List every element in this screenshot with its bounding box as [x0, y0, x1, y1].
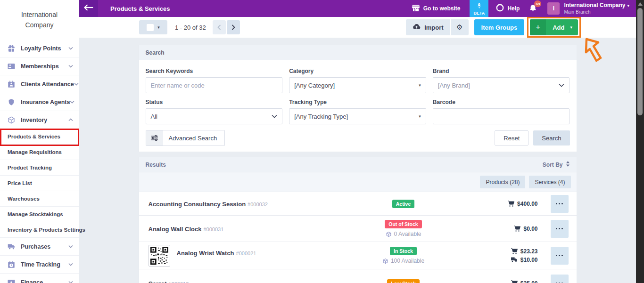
sort-by-label: Sort By: [543, 162, 563, 168]
add-button[interactable]: + Add ▾: [530, 19, 578, 35]
caret-down-icon: ▾: [570, 25, 578, 30]
top-header-bar: Products & Services Go to website BETA H…: [79, 0, 636, 17]
advanced-search-label: Advanced Search: [163, 135, 225, 142]
list-settings-button[interactable]: ⚙: [451, 19, 469, 35]
sidebar-subitem-label: Product Tracking: [8, 165, 52, 170]
sidebar-item-product-tracking[interactable]: Product Tracking: [0, 160, 79, 176]
cube-icon: [386, 231, 392, 237]
truck-icon: [511, 257, 518, 262]
brand-select[interactable]: [Any Brand]: [433, 77, 570, 93]
scroll-up-arrow-icon[interactable]: [638, 2, 643, 6]
beta-button[interactable]: BETA: [470, 0, 488, 17]
barcode-input[interactable]: [433, 108, 570, 124]
tab-products[interactable]: Products (28): [480, 176, 525, 188]
search-keywords-label: Search Keywords: [146, 68, 283, 74]
add-label: Add: [546, 24, 570, 31]
cube-icon: [382, 258, 388, 264]
product-name: Accounting Consultancy Session: [149, 201, 246, 208]
sidebar-item-warehouses[interactable]: Warehouses: [0, 191, 79, 207]
product-code: #000012: [169, 281, 189, 283]
product-price-secondary: $10.00: [520, 257, 538, 263]
sidebar-subitem-label: Inventory & Products Settings: [8, 227, 85, 233]
search-keywords-input[interactable]: [146, 77, 283, 93]
collapse-sidebar-button[interactable]: [79, 0, 98, 17]
go-to-website-link[interactable]: Go to website: [412, 4, 461, 13]
sidebar-item-price-list[interactable]: Price List: [0, 176, 79, 191]
advanced-search-button[interactable]: Advanced Search: [146, 130, 225, 146]
list-toolbar: ▾ 1 - 20 of 32 Import ⚙ Item Groups + Ad…: [79, 17, 636, 38]
tracking-type-value: [Any Tracking Type]: [294, 113, 348, 120]
sidebar-item-label: Inventory: [21, 117, 68, 123]
sidebar-item-products-services[interactable]: Products & Services: [0, 129, 79, 145]
item-groups-button[interactable]: Item Groups: [474, 19, 525, 35]
tab-services[interactable]: Services (4): [529, 176, 570, 188]
sidebar-item-manage-stocktakings[interactable]: Manage Stocktakings: [0, 207, 79, 222]
caret-down-icon: ▾: [419, 83, 421, 88]
category-select[interactable]: [Any Category] ▾: [289, 77, 426, 93]
select-all-dropdown[interactable]: ▾: [139, 20, 167, 34]
product-row[interactable]: Accounting Consultancy Session#000032 Ac…: [139, 192, 577, 215]
sidebar-item-time-tracking[interactable]: Time Tracking: [0, 256, 79, 274]
notifications-button[interactable]: 69: [529, 3, 537, 14]
product-price: $23.23: [520, 248, 538, 255]
product-row[interactable]: Analog Wrist Watch#000021 In Stock 100 A…: [139, 242, 577, 269]
id-card-icon: [7, 62, 16, 71]
product-name: Analog Wrist Watch: [177, 250, 234, 257]
help-link[interactable]: Help: [496, 4, 520, 13]
category-value: [Any Category]: [294, 82, 335, 89]
row-menu-button[interactable]: [551, 220, 569, 238]
rocket-icon: [477, 2, 482, 10]
product-price: $400.00: [517, 201, 537, 207]
main-content: Search Search Keywords Category [Any Cat…: [79, 38, 636, 283]
import-button[interactable]: Import: [406, 19, 450, 35]
sidebar-subitem-label: Warehouses: [8, 196, 40, 202]
row-menu-button[interactable]: [551, 275, 569, 283]
chevron-up-icon: [68, 118, 73, 121]
reset-button[interactable]: Reset: [495, 130, 528, 146]
sidebar: International Company Loyalty Points Mem…: [0, 0, 79, 283]
branch-name: Main Branch: [564, 9, 629, 15]
sidebar-item-label: Memberships: [21, 63, 68, 70]
calendar-user-icon: [7, 80, 16, 89]
page-scrollbar[interactable]: [636, 0, 644, 283]
scrollbar-thumb[interactable]: [637, 8, 643, 115]
sidebar-item-finance[interactable]: Finance: [0, 274, 79, 283]
available-count: 0 Available: [394, 231, 421, 237]
sidebar-item-label: Time Tracking: [21, 261, 68, 268]
lifebuoy-icon: [496, 4, 504, 13]
sidebar-item-loyalty-points[interactable]: Loyalty Points: [0, 40, 79, 57]
status-label: Status: [146, 99, 283, 105]
search-button[interactable]: Search: [533, 130, 570, 146]
sidebar-item-insurance-agents[interactable]: Insurance Agents: [0, 93, 79, 111]
product-price: $25.00: [520, 280, 538, 283]
chevron-down-icon: [68, 65, 73, 68]
row-menu-button[interactable]: [551, 247, 569, 265]
select-all-checkbox[interactable]: [147, 24, 154, 31]
status-select[interactable]: All: [146, 108, 283, 124]
sidebar-item-clients-attendance[interactable]: Clients Attendance: [0, 75, 79, 93]
sidebar-item-inventory-products-settings[interactable]: Inventory & Products Settings: [0, 222, 79, 238]
product-row[interactable]: Carrot#000012 Low Stock $25.00: [139, 269, 577, 283]
notification-count-badge: 69: [534, 0, 541, 7]
avatar[interactable]: I: [547, 2, 560, 15]
sidebar-item-manage-requisitions[interactable]: Manage Requisitions: [0, 145, 79, 160]
sort-by-button[interactable]: Sort By: [543, 161, 570, 168]
sidebar-subitem-label: Products & Services: [8, 134, 60, 139]
status-badge: Active: [392, 200, 415, 208]
next-page-button[interactable]: [227, 20, 240, 34]
sidebar-item-memberships[interactable]: Memberships: [0, 57, 79, 75]
sidebar-item-purchases[interactable]: Purchases: [0, 238, 79, 256]
sidebar-item-inventory[interactable]: Inventory: [0, 111, 79, 129]
row-menu-button[interactable]: [551, 195, 569, 213]
search-card: Search Search Keywords Category [Any Cat…: [139, 45, 577, 152]
product-row[interactable]: Analog Wall Clock#000031 Out of Stock 0 …: [139, 215, 577, 242]
company-name: International Company: [564, 2, 625, 8]
status-value: All: [151, 113, 157, 120]
results-tabs: Products (28) Services (4): [139, 172, 577, 192]
product-qr-thumbnail[interactable]: [149, 245, 170, 267]
caret-down-icon: ▾: [419, 114, 421, 119]
tracking-type-select[interactable]: [Any Tracking Type] ▾: [289, 108, 426, 124]
previous-page-button[interactable]: [213, 20, 226, 34]
company-menu[interactable]: International Company▾ Main Branch: [564, 2, 629, 15]
chevron-down-icon: [559, 83, 564, 87]
